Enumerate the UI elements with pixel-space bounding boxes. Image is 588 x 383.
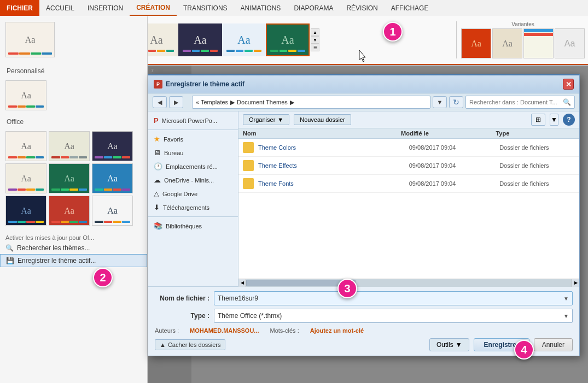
office-thumb-7[interactable]: Aa [5, 196, 46, 226]
footer-buttons: ▲ Cacher les dossiers Outils ▼ Enregistr… [155, 335, 573, 351]
variant-1[interactable]: Aa [461, 28, 491, 58]
tools-button[interactable]: Outils ▼ [429, 338, 469, 351]
file-row-theme-colors[interactable]: Theme Colors 09/08/2017 09:04 Dossier de… [238, 139, 579, 157]
view-toggle-button[interactable]: ⊞ [531, 114, 545, 126]
save-theme-dialog: P Enregistrer le thème actif ✕ ◀ ▶ « Tem… [148, 74, 580, 356]
library-icon: 📚 [154, 222, 162, 230]
file-list: Theme Colors 09/08/2017 09:04 Dossier de… [238, 139, 579, 279]
favorites-icon: ★ [154, 135, 160, 143]
theme-thumb-5[interactable]: Aa [178, 23, 222, 56]
search-themes-link[interactable]: 🔍 Rechercher les thèmes... [0, 242, 147, 254]
help-button[interactable]: ? [563, 114, 575, 126]
breadcrumb-dropdown-button[interactable]: ▼ [433, 96, 447, 108]
file-name-theme-effects: Theme Effects [258, 162, 409, 169]
tab-animations[interactable]: ANIMATIONS [234, 0, 288, 16]
office-thumb-2[interactable]: Aa [49, 131, 90, 161]
ppt-icon: P [154, 80, 162, 89]
nouveau-dossier-button[interactable]: Nouveau dossier [294, 114, 351, 125]
badge-2: 2 [93, 268, 113, 287]
breadcrumb[interactable]: « Templates ▶ Document Themes ▶ [192, 96, 430, 109]
filename-dropdown-icon: ▼ [563, 296, 569, 302]
office-thumb-1[interactable]: Aa [5, 131, 46, 161]
footer-meta: Auteurs : MOHAMED.MANSSOU... Mots-clés :… [155, 326, 573, 335]
nav-powerpointfolder[interactable]: P Microsoft PowerPo... [148, 114, 238, 127]
file-row-theme-fonts[interactable]: Theme Fonts 09/08/2017 09:04 Dossier de … [238, 175, 579, 193]
nav-favoris[interactable]: ★ Favoris [148, 132, 238, 146]
file-list-header: Nom Modifié le Type [238, 128, 579, 139]
header-modified: Modifié le [401, 130, 496, 137]
tab-creation[interactable]: CRÉATION [130, 0, 177, 16]
scroll-more-button[interactable]: ☰ [311, 44, 319, 51]
file-type-theme-fonts: Dossier de fichiers [499, 180, 575, 187]
office-thumb-8[interactable]: Aa [49, 196, 90, 226]
tab-fichier[interactable]: FICHIER [0, 0, 39, 16]
badge-1: 1 [383, 22, 403, 42]
office-thumb-4[interactable]: Aa [5, 163, 46, 193]
downloads-icon: ⬇ [154, 203, 160, 211]
filename-input[interactable]: Theme16sur9 ▼ [214, 291, 573, 305]
nav-forward-button[interactable]: ▶ [169, 96, 183, 108]
type-label: Type : [155, 312, 209, 320]
panel-links: Activer les mises à jour pour Of... 🔍 Re… [0, 233, 147, 267]
horizontal-scrollbar[interactable]: ◀ ▶ [238, 279, 579, 286]
tab-insertion[interactable]: INSERTION [81, 0, 130, 16]
nav-googledrive[interactable]: △ Google Drive [148, 187, 238, 201]
dialog-titlebar: P Enregistrer le thème actif ✕ [148, 75, 579, 93]
office-thumb-9[interactable]: Aa [92, 196, 133, 226]
office-thumb-6[interactable]: Aa [92, 163, 133, 193]
dialog-close-button[interactable]: ✕ [563, 79, 574, 90]
personnalise-grid: Aa [0, 77, 147, 114]
scroll-up-button[interactable]: ▲ [311, 28, 319, 36]
nav-back-button[interactable]: ◀ [153, 96, 167, 108]
scroll-track[interactable] [246, 279, 572, 287]
organiser-dropdown-icon: ▼ [277, 116, 283, 123]
nav-libraries[interactable]: 📚 Bibliothèques [148, 219, 238, 233]
tab-transitions[interactable]: TRANSITIONS [177, 0, 234, 16]
dialog-title: Enregistrer le thème actif [166, 80, 244, 88]
view-dropdown-button[interactable]: ▼ [550, 114, 558, 126]
nav-recent[interactable]: 🕐 Emplacements ré... [148, 160, 238, 173]
recent-icon: 🕐 [154, 162, 162, 170]
nav-onedrive[interactable]: ☁ OneDrive - Minis... [148, 173, 238, 187]
tab-diaporama[interactable]: DIAPORAMA [287, 0, 340, 16]
scroll-right-button[interactable]: ▶ [572, 279, 579, 287]
dialog-main: Organiser ▼ Nouveau dossier ⊞ ▼ ? Nom Mo… [238, 111, 579, 286]
type-select[interactable]: Thème Office (*.thmx) ▼ [214, 309, 573, 323]
ribbon-scroll-buttons: ▲ ▼ ☰ [311, 28, 319, 51]
folder-icon-theme-effects [243, 160, 254, 171]
theme-thumb-7[interactable]: Aa [266, 23, 310, 56]
variant-2[interactable]: Aa [492, 28, 522, 58]
nav-downloads[interactable]: ⬇ Téléchargements [148, 201, 238, 214]
ribbon-tabs: FICHIER ACCUEIL INSERTION CRÉATION TRANS… [0, 0, 588, 16]
organiser-button[interactable]: Organiser ▼ [243, 114, 289, 125]
tab-accueil[interactable]: ACCUEIL [39, 0, 81, 16]
tab-revision[interactable]: RÉVISION [340, 0, 384, 16]
cancel-button[interactable]: Annuler [534, 338, 573, 351]
section-personnalise: Personnalisé [0, 63, 147, 77]
office-thumb-3[interactable]: Aa [92, 131, 133, 161]
office-thumb-5[interactable]: Aa [49, 163, 90, 193]
keywords-label: Mots-clés : [270, 327, 299, 334]
variantes-label: Variantes [461, 21, 585, 27]
file-row-theme-effects[interactable]: Theme Effects 09/08/2017 09:04 Dossier d… [238, 157, 579, 175]
tab-affichage[interactable]: AFFICHAGE [385, 0, 435, 16]
scroll-left-button[interactable]: ◀ [238, 279, 246, 287]
collapse-button[interactable]: ▲ Cacher les dossiers [155, 339, 225, 350]
selected-theme-thumb[interactable]: Aa [5, 22, 55, 57]
save-theme-link[interactable]: 💾 Enregistrer le thème actif... [0, 254, 147, 267]
personnalise-thumb-1[interactable]: Aa [5, 80, 46, 110]
theme-thumb-6[interactable]: Aa [222, 23, 266, 56]
filename-row: Nom de fichier : Theme16sur9 ▼ [155, 291, 573, 305]
office-grid: Aa Aa Aa Aa Aa Aa Aa Aa [0, 128, 147, 229]
variant-4[interactable]: Aa [555, 28, 585, 58]
scroll-down-button[interactable]: ▼ [311, 36, 319, 44]
nav-separator-1 [148, 129, 238, 130]
breadcrumb-root: « Templates [196, 99, 228, 105]
search-input[interactable] [469, 99, 561, 105]
nav-bureau[interactable]: 🖥 Bureau [148, 146, 238, 160]
variant-3[interactable] [523, 28, 554, 58]
refresh-button[interactable]: ↻ [449, 96, 463, 108]
dialog-leftnav: P Microsoft PowerPo... ★ Favoris 🖥 Burea… [148, 111, 238, 286]
googledrive-icon: △ [154, 190, 159, 198]
file-modified-theme-colors: 09/08/2017 09:04 [409, 144, 499, 151]
